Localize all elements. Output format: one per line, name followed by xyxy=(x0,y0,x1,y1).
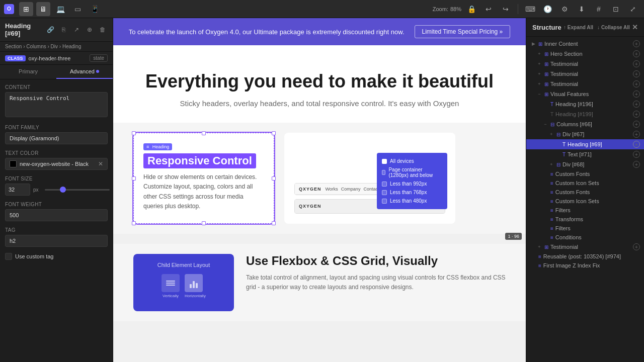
handle-tr[interactable] xyxy=(272,131,276,135)
device-card[interactable]: All devices Page container (1280px) and … xyxy=(284,133,455,224)
tree-item-testimonial-1[interactable]: + ⊞ Testimonial + xyxy=(526,59,644,69)
move-icon[interactable]: ↗ xyxy=(71,25,82,35)
device-item-992[interactable]: Less than 992px xyxy=(382,179,442,188)
settings-icon[interactable]: ⚙ xyxy=(557,2,572,16)
handle-bl[interactable] xyxy=(132,221,136,225)
keyboard-icon[interactable]: ⌨ xyxy=(523,2,537,16)
tree-item-custom-fonts-1[interactable]: ▶ ≡ Custom Fonts xyxy=(526,169,644,178)
responsive-control-card[interactable]: ≡ Heading Responsive Control Hide or sho… xyxy=(133,133,274,224)
tree-expand-t3[interactable]: + xyxy=(536,81,542,87)
device-checkbox-992[interactable] xyxy=(382,182,387,187)
tree-add-t1[interactable]: + xyxy=(633,60,640,67)
tablet-icon[interactable]: ▭ xyxy=(70,2,85,16)
tree-item-heading-69[interactable]: ▶ T Heading [#69] + xyxy=(526,139,644,149)
nav-link-works[interactable]: Works xyxy=(326,187,338,192)
breadcrumb-columns[interactable]: Columns xyxy=(23,44,46,49)
tree-item-custom-icon-sets-1[interactable]: ▶ ≡ Custom Icon Sets xyxy=(526,178,644,188)
tree-expand-t1[interactable]: + xyxy=(536,61,542,67)
handle-tm[interactable] xyxy=(202,131,206,135)
link-icon[interactable]: 🔗 xyxy=(45,25,55,35)
handle-bm[interactable] xyxy=(202,221,206,225)
tree-item-visual-features[interactable]: − ⊞ Visual Features + xyxy=(526,89,644,99)
device-checkbox-480[interactable] xyxy=(382,199,387,204)
structure-close-icon[interactable]: ✕ xyxy=(632,23,638,31)
tree-item-testimonial-bottom[interactable]: + ⊞ Testimonial + xyxy=(526,242,644,252)
color-remove-icon[interactable]: ✕ xyxy=(98,160,103,167)
tree-add-h199[interactable]: + xyxy=(633,111,640,118)
app-logo[interactable]: O xyxy=(4,4,14,14)
breadcrumb-section[interactable]: Section xyxy=(5,44,22,49)
tree-add-hero[interactable]: + xyxy=(633,50,640,57)
laptop-icon[interactable]: 💻 xyxy=(53,2,67,16)
download-icon[interactable]: ⬇ xyxy=(575,2,589,16)
tree-add-tb[interactable]: + xyxy=(633,243,640,250)
expand-all-button[interactable]: ↑ Expand All xyxy=(564,25,593,30)
tree-add-d67[interactable]: + xyxy=(633,131,640,138)
phone-icon[interactable]: 📱 xyxy=(88,2,102,16)
tree-item-hero-section[interactable]: + ⊞ Hero Section + xyxy=(526,49,644,59)
breadcrumb-div[interactable]: Div xyxy=(48,44,58,49)
tree-add-inner-content[interactable]: + xyxy=(633,40,640,47)
tree-item-custom-fonts-2[interactable]: ▶ ≡ Custom Fonts xyxy=(526,188,644,197)
tree-item-text-71[interactable]: ▶ T Text [#71] + xyxy=(526,149,644,159)
font-size-input[interactable]: 32 xyxy=(5,184,30,196)
expand-icon[interactable]: ⤢ xyxy=(626,2,640,16)
tree-item-filters-2[interactable]: ▶ ≡ Filters xyxy=(526,224,644,233)
tree-add-vf[interactable]: + xyxy=(633,90,640,98)
color-field[interactable]: new-oxygen-website - Black ✕ xyxy=(5,158,108,170)
tree-expand-vf[interactable]: − xyxy=(536,91,542,97)
use-custom-tag-checkbox[interactable] xyxy=(5,253,12,260)
tree-expand-d68[interactable]: + xyxy=(548,161,554,167)
tree-expand-inner-content[interactable]: ▶ xyxy=(530,41,536,47)
device-checkbox-768[interactable] xyxy=(382,190,387,195)
tree-add-h69[interactable]: + xyxy=(633,141,640,148)
nav-link-company[interactable]: Company xyxy=(341,187,361,192)
tree-expand-d67[interactable]: + xyxy=(548,131,554,137)
device-item-1280[interactable]: Page container (1280px) and below xyxy=(382,165,442,179)
tree-item-columns-66[interactable]: − ⊟ Columns [#66] + xyxy=(526,119,644,129)
tree-item-h196[interactable]: ▶ T Heading [#196] + xyxy=(526,99,644,109)
tree-expand-c66[interactable]: − xyxy=(542,121,548,127)
flex-icon-box-2[interactable] xyxy=(185,274,203,292)
clock-icon[interactable]: 🕐 xyxy=(540,2,554,16)
tree-item-testimonial-3[interactable]: + ⊞ Testimonial + xyxy=(526,79,644,89)
color-swatch[interactable] xyxy=(10,160,17,167)
font-family-select[interactable]: Display (Garamond) xyxy=(5,132,108,144)
redo-icon[interactable]: ↪ xyxy=(499,2,513,16)
content-input[interactable]: Responsive Control xyxy=(5,92,108,117)
device-item-all[interactable]: All devices xyxy=(382,157,442,165)
handle-mr[interactable] xyxy=(272,176,276,180)
delete-icon[interactable]: 🗑 xyxy=(98,25,108,35)
font-weight-select[interactable]: 500 xyxy=(5,209,108,221)
duplicate-icon[interactable]: ⊕ xyxy=(85,25,95,35)
device-item-480[interactable]: Less than 480px xyxy=(382,197,442,205)
font-size-slider[interactable] xyxy=(45,189,110,191)
tree-add-t3[interactable]: + xyxy=(633,80,640,87)
tree-item-div-67[interactable]: + ⊟ Div [#67] + xyxy=(526,129,644,139)
state-button[interactable]: state xyxy=(90,54,108,62)
tab-primary[interactable]: Primary xyxy=(0,65,56,79)
tree-expand-tb[interactable]: + xyxy=(536,244,542,250)
device-item-768[interactable]: Less than 768px xyxy=(382,188,442,197)
tree-item-reusable[interactable]: ▶ ≡ Reusable (post: 103524) [#974] xyxy=(526,252,644,261)
tab-advanced[interactable]: Advanced xyxy=(56,65,113,79)
tree-item-first-image[interactable]: ▶ ≡ First Image Z Index Fix xyxy=(526,261,644,270)
undo-icon[interactable]: ↩ xyxy=(481,2,496,16)
tree-add-t2[interactable]: + xyxy=(633,70,640,77)
window-icon[interactable]: ⊡ xyxy=(609,2,623,16)
tree-add-c66[interactable]: + xyxy=(633,121,640,128)
banner-cta-button[interactable]: Limited Time Special Pricing » xyxy=(415,25,511,38)
tree-expand-hero[interactable]: + xyxy=(536,51,542,57)
grid-view-icon[interactable]: ⊞ xyxy=(19,2,33,16)
desktop-icon[interactable]: 🖥 xyxy=(36,2,50,16)
tree-item-inner-content[interactable]: ▶ ⊞ Inner Content + xyxy=(526,39,644,49)
device-checkbox-all[interactable] xyxy=(382,159,387,164)
tree-item-custom-icon-sets-2[interactable]: ▶ ≡ Custom Icon Sets xyxy=(526,197,644,206)
device-checkbox-1280[interactable] xyxy=(382,170,385,175)
lock-icon[interactable]: 🔒 xyxy=(464,2,478,16)
tree-item-div-68[interactable]: + ⊟ Div [#68] + xyxy=(526,159,644,169)
handle-br[interactable] xyxy=(272,221,276,225)
tree-add-t71[interactable]: + xyxy=(633,151,640,158)
flex-icon-box-1[interactable] xyxy=(162,274,180,292)
handle-tl[interactable] xyxy=(132,131,136,135)
